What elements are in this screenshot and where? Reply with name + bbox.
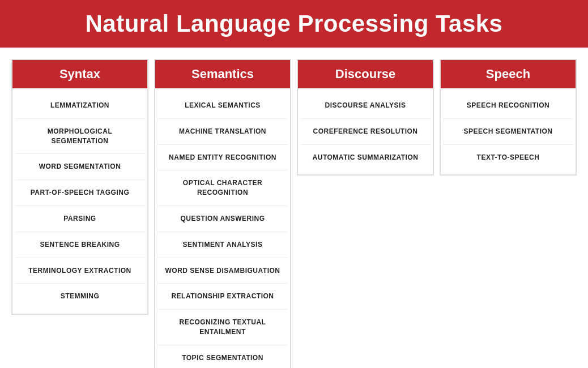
content-area: SyntaxLEMMATIZATIONMORPHOLOGICAL SEGMENT… bbox=[0, 48, 588, 368]
list-item: STEMMING bbox=[15, 284, 145, 309]
list-item: RELATIONSHIP EXTRACTION bbox=[157, 284, 288, 310]
list-item: SPEECH RECOGNITION bbox=[443, 93, 573, 119]
list-item: COREFERENCE RESOLUTION bbox=[300, 119, 431, 145]
list-item: OPTICAL CHARACTER RECOGNITION bbox=[157, 170, 288, 206]
list-item: SENTIMENT ANALYSIS bbox=[157, 232, 288, 258]
column-semantics: SemanticsLEXICAL SEMANTICSMACHINE TRANSL… bbox=[154, 59, 291, 368]
list-item: SPEECH SEGMENTATION bbox=[443, 119, 573, 145]
list-item: PARSING bbox=[15, 206, 145, 232]
main-title: Natural Language Processing Tasks bbox=[0, 0, 588, 48]
list-item: NAMED ENTITY RECOGNITION bbox=[157, 145, 288, 171]
column-items-discourse: DISCOURSE ANALYSISCOREFERENCE RESOLUTION… bbox=[298, 88, 433, 174]
list-item: AUTOMATIC SUMMARIZATION bbox=[300, 145, 431, 170]
list-item: TERMINOLOGY EXTRACTION bbox=[15, 258, 145, 284]
list-item: WORD SENSE DISAMBIGUATION bbox=[157, 258, 288, 284]
column-discourse: DiscourseDISCOURSE ANALYSISCOREFERENCE R… bbox=[297, 59, 434, 176]
column-items-speech: SPEECH RECOGNITIONSPEECH SEGMENTATIONTEX… bbox=[441, 88, 576, 174]
column-speech: SpeechSPEECH RECOGNITIONSPEECH SEGMENTAT… bbox=[440, 59, 577, 176]
list-item: MACHINE TRANSLATION bbox=[157, 119, 288, 145]
list-item: SENTENCE BREAKING bbox=[15, 232, 145, 258]
column-items-syntax: LEMMATIZATIONMORPHOLOGICAL SEGMENTATIONW… bbox=[12, 88, 147, 314]
list-item: TOPIC SEGMENTATION bbox=[157, 345, 288, 368]
column-syntax: SyntaxLEMMATIZATIONMORPHOLOGICAL SEGMENT… bbox=[11, 59, 148, 315]
column-header-discourse: Discourse bbox=[298, 60, 433, 88]
list-item: WORD SEGMENTATION bbox=[15, 154, 145, 180]
column-header-semantics: Semantics bbox=[155, 60, 290, 88]
list-item: DISCOURSE ANALYSIS bbox=[300, 93, 431, 119]
column-header-speech: Speech bbox=[441, 60, 576, 88]
list-item: LEXICAL SEMANTICS bbox=[157, 93, 288, 119]
column-header-syntax: Syntax bbox=[12, 60, 147, 88]
list-item: MORPHOLOGICAL SEGMENTATION bbox=[15, 119, 145, 155]
list-item: RECOGNIZING TEXTUAL ENTAILMENT bbox=[157, 310, 288, 345]
list-item: QUESTION ANSWERING bbox=[157, 206, 288, 232]
list-item: LEMMATIZATION bbox=[15, 93, 145, 119]
list-item: TEXT-TO-SPEECH bbox=[443, 145, 573, 170]
list-item: PART-OF-SPEECH TAGGING bbox=[15, 180, 145, 206]
column-items-semantics: LEXICAL SEMANTICSMACHINE TRANSLATIONNAME… bbox=[155, 88, 290, 368]
